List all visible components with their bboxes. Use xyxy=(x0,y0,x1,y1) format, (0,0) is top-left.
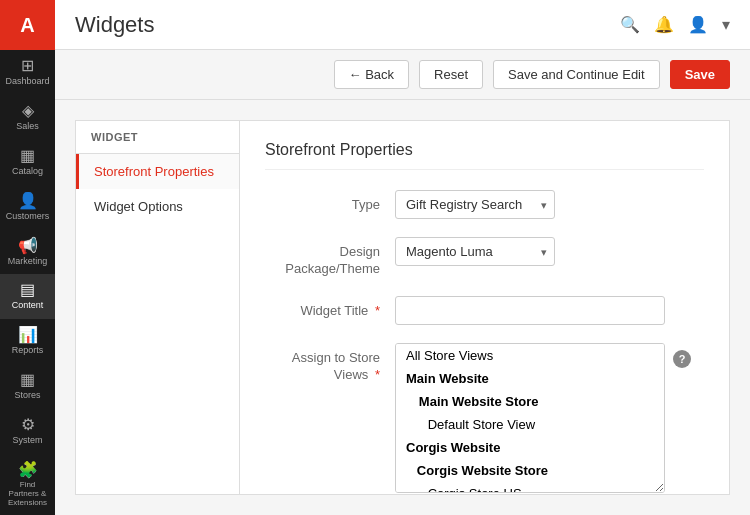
header-icons: 🔍 🔔 👤 ▾ xyxy=(620,15,730,34)
sidebar-item-system[interactable]: ⚙ System xyxy=(0,409,55,454)
save-continue-button[interactable]: Save and Continue Edit xyxy=(493,60,660,89)
sidebar-item-label: Sales xyxy=(16,122,39,132)
store-views-control: All Store Views Main Website Main Websit… xyxy=(395,343,704,493)
content-body: WIDGET Storefront Properties Widget Opti… xyxy=(55,100,750,515)
sidebar-item-label: Dashboard xyxy=(5,77,49,87)
sidebar-item-label: Marketing xyxy=(8,257,48,267)
type-label: Type xyxy=(265,190,395,214)
widget-title-control xyxy=(395,296,704,325)
store-views-row: Assign to Store Views * All Store Views … xyxy=(265,343,704,493)
sidebar-item-stores[interactable]: ▦ Stores xyxy=(0,364,55,409)
extensions-icon: 🧩 xyxy=(18,462,38,478)
widget-title-label: Widget Title * xyxy=(265,296,395,320)
reset-button[interactable]: Reset xyxy=(419,60,483,89)
store-views-option-corgis-website[interactable]: Corgis Website xyxy=(396,436,664,459)
chevron-down-icon[interactable]: ▾ xyxy=(722,15,730,34)
dashboard-icon: ⊞ xyxy=(21,58,34,74)
sidebar-item-label: Stores xyxy=(14,391,40,401)
sidebar-item-label: System xyxy=(12,436,42,446)
stores-icon: ▦ xyxy=(20,372,35,388)
type-select[interactable]: Gift Registry Search xyxy=(395,190,555,219)
bell-icon[interactable]: 🔔 xyxy=(654,15,674,34)
main-content: Widgets 🔍 🔔 👤 ▾ ← Back Reset Save and Co… xyxy=(55,0,750,515)
store-views-option-default-store-view[interactable]: Default Store View xyxy=(396,413,664,436)
type-row: Type Gift Registry Search xyxy=(265,190,704,219)
sidebar-item-dashboard[interactable]: ⊞ Dashboard xyxy=(0,50,55,95)
top-header: Widgets 🔍 🔔 👤 ▾ xyxy=(55,0,750,50)
store-views-option-corgis-store-us[interactable]: Corgis Store US xyxy=(396,482,664,493)
design-label: Design Package/Theme xyxy=(265,237,395,278)
action-bar: ← Back Reset Save and Continue Edit Save xyxy=(55,50,750,100)
sidebar: A ⊞ Dashboard ◈ Sales ▦ Catalog 👤 Custom… xyxy=(0,0,55,515)
back-button[interactable]: ← Back xyxy=(334,60,410,89)
nav-widget-options[interactable]: Widget Options xyxy=(76,189,239,224)
sidebar-item-marketing[interactable]: 📢 Marketing xyxy=(0,230,55,275)
type-control: Gift Registry Search xyxy=(395,190,704,219)
search-icon[interactable]: 🔍 xyxy=(620,15,640,34)
store-views-help-icon[interactable]: ? xyxy=(673,350,691,368)
sidebar-item-content[interactable]: ▤ Content xyxy=(0,274,55,319)
widget-section-header: WIDGET xyxy=(76,121,239,154)
left-panel: WIDGET Storefront Properties Widget Opti… xyxy=(75,120,240,495)
sidebar-item-catalog[interactable]: ▦ Catalog xyxy=(0,140,55,185)
system-icon: ⚙ xyxy=(21,417,35,433)
page-title: Widgets xyxy=(75,12,154,38)
sidebar-item-customers[interactable]: 👤 Customers xyxy=(0,185,55,230)
customers-icon: 👤 xyxy=(18,193,38,209)
sales-icon: ◈ xyxy=(22,103,34,119)
content-icon: ▤ xyxy=(20,282,35,298)
store-views-option-corgis-website-store[interactable]: Corgis Website Store xyxy=(396,459,664,482)
store-views-select[interactable]: All Store Views Main Website Main Websit… xyxy=(395,343,665,493)
sidebar-logo[interactable]: A xyxy=(0,0,55,50)
required-indicator: * xyxy=(375,303,380,318)
widget-title-row: Widget Title * xyxy=(265,296,704,325)
sidebar-item-reports[interactable]: 📊 Reports xyxy=(0,319,55,364)
nav-storefront-properties[interactable]: Storefront Properties xyxy=(76,154,239,189)
sidebar-item-label: Find Partners & Extensions xyxy=(4,481,51,507)
store-views-option-main-website-store[interactable]: Main Website Store xyxy=(396,390,664,413)
store-views-option-all[interactable]: All Store Views xyxy=(396,344,664,367)
form-section-title: Storefront Properties xyxy=(265,141,704,170)
design-select-wrapper: Magento Luma xyxy=(395,237,555,266)
save-button[interactable]: Save xyxy=(670,60,730,89)
user-icon[interactable]: 👤 xyxy=(688,15,708,34)
required-indicator: * xyxy=(375,367,380,382)
store-views-option-main-website[interactable]: Main Website xyxy=(396,367,664,390)
sidebar-item-sales[interactable]: ◈ Sales xyxy=(0,95,55,140)
design-control: Magento Luma xyxy=(395,237,704,266)
type-select-wrapper: Gift Registry Search xyxy=(395,190,555,219)
design-row: Design Package/Theme Magento Luma xyxy=(265,237,704,278)
sidebar-item-label: Reports xyxy=(12,346,44,356)
marketing-icon: 📢 xyxy=(18,238,38,254)
catalog-icon: ▦ xyxy=(20,148,35,164)
sidebar-item-label: Customers xyxy=(6,212,50,222)
sidebar-item-label: Catalog xyxy=(12,167,43,177)
design-select[interactable]: Magento Luma xyxy=(395,237,555,266)
reports-icon: 📊 xyxy=(18,327,38,343)
store-views-label: Assign to Store Views * xyxy=(265,343,395,384)
widget-title-input[interactable] xyxy=(395,296,665,325)
sidebar-item-label: Content xyxy=(12,301,44,311)
form-panel: Storefront Properties Type Gift Registry… xyxy=(240,120,730,495)
sidebar-item-extensions[interactable]: 🧩 Find Partners & Extensions xyxy=(0,454,55,515)
